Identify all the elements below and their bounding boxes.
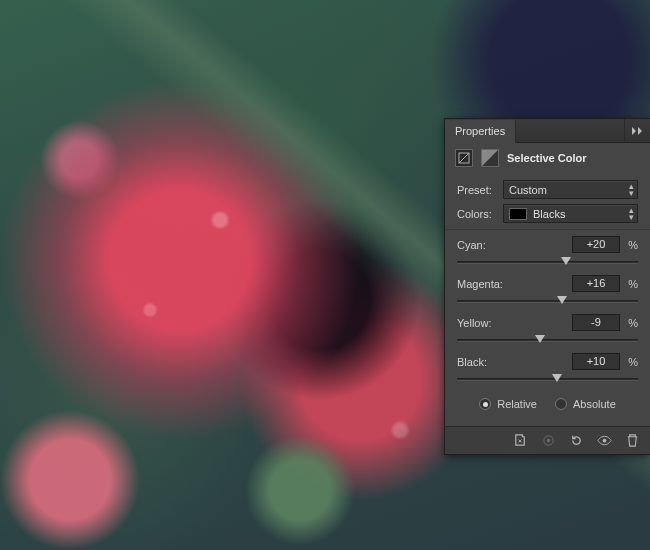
slider-label: Magenta: (457, 278, 572, 290)
slider-cyan[interactable] (457, 255, 638, 269)
radio-on-icon (479, 398, 491, 410)
clip-to-layer-button[interactable] (512, 433, 528, 449)
mask-icon[interactable] (481, 149, 499, 167)
preset-value: Custom (509, 184, 547, 196)
reset-icon (569, 433, 584, 448)
panel-footer (445, 426, 650, 454)
slider-track (457, 300, 638, 303)
percent-label: % (620, 317, 638, 329)
clip-icon (513, 433, 528, 448)
panel-collapse-button[interactable] (624, 119, 650, 142)
slider-magenta[interactable] (457, 294, 638, 308)
slider-track (457, 339, 638, 342)
slider-value-input[interactable]: -9 (572, 314, 620, 331)
slider-track (457, 261, 638, 264)
slider-value-input[interactable]: +20 (572, 236, 620, 253)
radio-absolute-label: Absolute (573, 398, 616, 410)
preset-select[interactable]: Custom ▴▾ (503, 180, 638, 199)
mode-radio-group: Relative Absolute (457, 388, 638, 416)
dropdown-arrows-icon: ▴▾ (629, 183, 633, 197)
eye-ring-icon (541, 433, 556, 448)
slider-label: Yellow: (457, 317, 572, 329)
svg-point-2 (546, 439, 549, 442)
eye-icon (597, 433, 612, 448)
percent-label: % (620, 239, 638, 251)
percent-label: % (620, 278, 638, 290)
trash-icon (625, 433, 640, 448)
slider-value-input[interactable]: +16 (572, 275, 620, 292)
toggle-visibility-button[interactable] (596, 433, 612, 449)
double-chevron-right-icon (631, 126, 645, 136)
slider-track (457, 378, 638, 381)
tab-properties[interactable]: Properties (445, 120, 516, 143)
panel-tabbar: Properties (445, 119, 650, 143)
radio-absolute[interactable]: Absolute (555, 398, 616, 410)
slider-thumb[interactable] (535, 335, 545, 343)
percent-label: % (620, 356, 638, 368)
adjustment-header: Selective Color (445, 143, 650, 175)
slider-value-input[interactable]: +10 (572, 353, 620, 370)
slider-label: Black: (457, 356, 572, 368)
colors-select[interactable]: Blacks ▴▾ (503, 204, 638, 223)
colors-value: Blacks (533, 208, 565, 220)
radio-relative-label: Relative (497, 398, 537, 410)
slider-yellow[interactable] (457, 333, 638, 347)
properties-panel: Properties Selective Color Preset: Custo… (444, 118, 650, 455)
slider-thumb[interactable] (561, 257, 571, 265)
dropdown-arrows-icon: ▴▾ (629, 207, 633, 221)
colors-label: Colors: (457, 208, 497, 220)
slider-label: Cyan: (457, 239, 572, 251)
slider-thumb[interactable] (552, 374, 562, 382)
reset-button[interactable] (568, 433, 584, 449)
view-previous-button (540, 433, 556, 449)
adjustment-title: Selective Color (507, 152, 586, 164)
adjustment-type-icon[interactable] (455, 149, 473, 167)
radio-off-icon (555, 398, 567, 410)
delete-button[interactable] (624, 433, 640, 449)
colors-swatch (509, 208, 527, 220)
preset-label: Preset: (457, 184, 497, 196)
svg-point-3 (602, 439, 606, 443)
radio-relative[interactable]: Relative (479, 398, 537, 410)
selective-color-icon (458, 152, 470, 164)
slider-thumb[interactable] (557, 296, 567, 304)
slider-black[interactable] (457, 372, 638, 386)
